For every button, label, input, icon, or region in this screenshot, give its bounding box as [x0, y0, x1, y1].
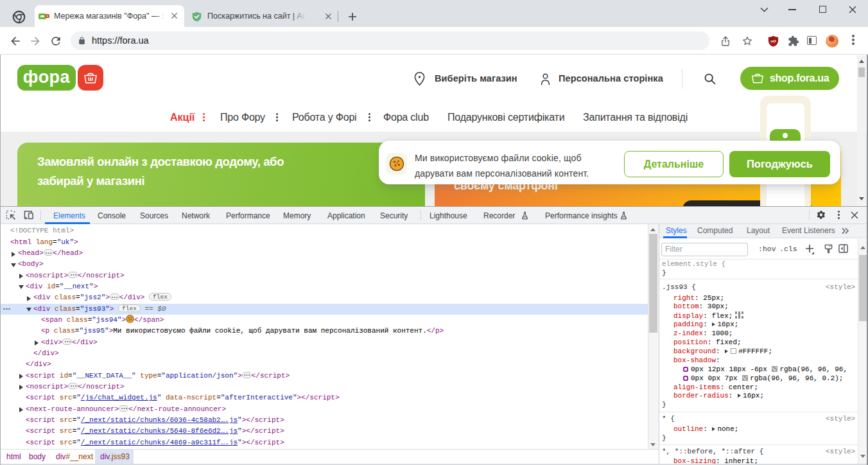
svg-text:uO: uO [770, 39, 776, 43]
